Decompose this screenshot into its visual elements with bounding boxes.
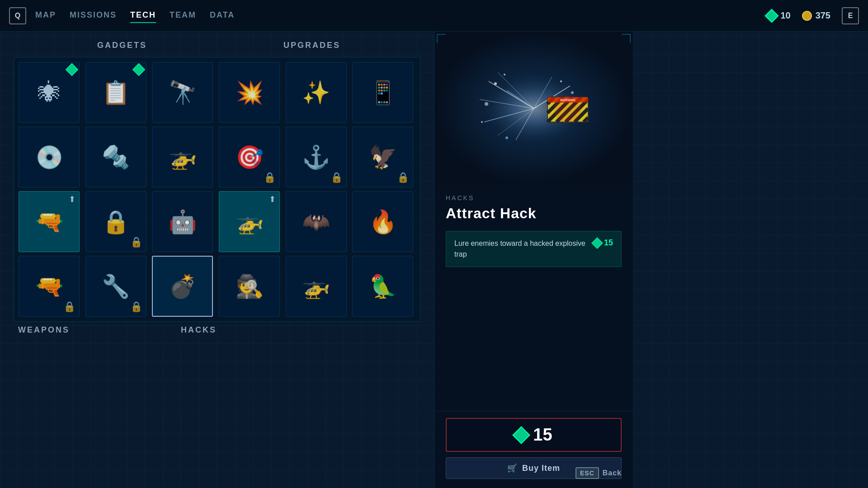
- corner-tr: [622, 34, 631, 43]
- svg-point-13: [481, 121, 483, 123]
- grid-cell-17[interactable]: 🔥: [352, 191, 413, 252]
- cell-arrow-icon: ⬆: [69, 194, 75, 204]
- grid-cell-5[interactable]: 📱: [352, 62, 413, 123]
- right-panel: WARNING HACKS Attract Hack Lure enemies …: [434, 32, 633, 488]
- grid-cell-3[interactable]: 💥: [219, 62, 280, 123]
- nav-key-e[interactable]: E: [842, 7, 859, 24]
- grid-cell-13[interactable]: 🔒🔒: [85, 191, 146, 252]
- cell-icon-3: 💥: [236, 80, 264, 106]
- grid-cell-6[interactable]: 💿: [19, 127, 80, 188]
- cell-icon-14: 🤖: [169, 209, 197, 235]
- cell-lock-icon: 🔒: [330, 172, 343, 183]
- grid-panel: GADGETS UPGRADES 🕷📋🔭💥✨📱💿🔩🚁🎯🔒⚓🔒🦅🔒🔫⬆🔒🔒🤖🚁⬆🦇…: [0, 32, 434, 488]
- grid-cell-7[interactable]: 🔩: [85, 127, 146, 188]
- grid-cell-2[interactable]: 🔭: [152, 62, 213, 123]
- grid-cell-23[interactable]: 🦜: [352, 256, 413, 317]
- buy-button-label: Buy Item: [522, 464, 560, 473]
- cell-icon-18: 🔫: [35, 273, 63, 300]
- esc-back-button[interactable]: ESC Back: [576, 467, 622, 479]
- coin-amount: 375: [816, 10, 830, 21]
- cell-icon-1: 📋: [102, 80, 130, 106]
- grid-cell-15[interactable]: 🚁⬆: [219, 191, 280, 252]
- item-grid-wrapper: 🕷📋🔭💥✨📱💿🔩🚁🎯🔒⚓🔒🦅🔒🔫⬆🔒🔒🤖🚁⬆🦇🔥🔫🔒🔧🔒💣🕵🚁🦜: [14, 57, 420, 322]
- buy-cost-display: 15: [446, 418, 622, 452]
- svg-point-14: [505, 136, 508, 139]
- grid-cell-16[interactable]: 🦇: [286, 191, 347, 252]
- item-category: HACKS: [446, 194, 622, 202]
- coin-icon: [802, 11, 812, 21]
- grid-cell-4[interactable]: ✨: [286, 62, 347, 123]
- item-detail: HACKS Attract Hack Lure enemies toward a…: [434, 185, 633, 411]
- svg-point-12: [485, 102, 488, 106]
- svg-point-29: [554, 96, 581, 123]
- cell-icon-12: 🔫: [35, 209, 63, 235]
- cell-icon-15: 🚁: [236, 209, 264, 235]
- nav-team[interactable]: TEAM: [170, 8, 196, 23]
- cell-icon-2: 🔭: [169, 80, 197, 106]
- diamond-amount: 10: [780, 10, 790, 21]
- upgrades-section-label: UPGRADES: [203, 41, 420, 50]
- cell-icon-23: 🦜: [369, 273, 397, 300]
- gadgets-section-label: GADGETS: [41, 41, 203, 50]
- grid-cell-12[interactable]: 🔫⬆: [19, 191, 80, 252]
- cell-equipped-indicator: [132, 63, 145, 76]
- cell-lock-icon: 🔒: [63, 301, 75, 313]
- item-description-box: Lure enemies toward a hacked explosive t…: [446, 231, 622, 267]
- grid-cell-0[interactable]: 🕷: [19, 62, 80, 123]
- cell-icon-8: 🚁: [169, 144, 197, 170]
- item-cost: 15: [604, 238, 613, 248]
- buy-cost-number: 15: [533, 425, 552, 445]
- cell-icon-22: 🚁: [302, 273, 330, 300]
- back-label: Back: [603, 469, 622, 477]
- nav-data[interactable]: DATA: [210, 8, 235, 23]
- nav-key-q[interactable]: Q: [9, 7, 26, 24]
- grid-cell-9[interactable]: 🎯🔒: [219, 127, 280, 188]
- cell-lock-icon: 🔒: [397, 172, 409, 183]
- item-description: Lure enemies toward a hacked explosive t…: [454, 238, 586, 260]
- nav-items: MAP MISSIONS TECH TEAM DATA: [35, 8, 235, 23]
- cell-icon-13: 🔒: [102, 209, 130, 235]
- cell-icon-9: 🎯: [236, 144, 264, 170]
- corner-tl: [437, 34, 446, 43]
- cell-arrow-icon: ⬆: [269, 194, 276, 204]
- cell-icon-0: 🕷: [38, 80, 61, 106]
- nav-currency: 10 375 E: [767, 7, 859, 24]
- nav-missions[interactable]: MISSIONS: [70, 8, 117, 23]
- cell-icon-5: 📱: [369, 80, 397, 106]
- grid-cell-11[interactable]: 🦅🔒: [352, 127, 413, 188]
- top-navigation: Q MAP MISSIONS TECH TEAM DATA 10 375 E: [0, 0, 868, 32]
- svg-point-15: [560, 80, 562, 82]
- grid-cell-19[interactable]: 🔧🔒: [85, 256, 146, 317]
- svg-point-11: [504, 74, 505, 75]
- diamond-icon: [765, 9, 779, 23]
- buy-button-icon: 🛒: [507, 463, 518, 473]
- grid-cell-18[interactable]: 🔫🔒: [19, 256, 80, 317]
- buy-diamond-icon: [513, 426, 531, 444]
- cell-icon-17: 🔥: [369, 209, 397, 235]
- grid-cell-8[interactable]: 🚁: [152, 127, 213, 188]
- item-name: Attract Hack: [446, 205, 622, 222]
- svg-point-16: [571, 91, 574, 94]
- grid-cell-22[interactable]: 🚁: [286, 256, 347, 317]
- grid-cell-14[interactable]: 🤖: [152, 191, 213, 252]
- cell-icon-7: 🔩: [102, 144, 130, 170]
- main-content: GADGETS UPGRADES 🕷📋🔭💥✨📱💿🔩🚁🎯🔒⚓🔒🦅🔒🔫⬆🔒🔒🤖🚁⬆🦇…: [0, 32, 868, 488]
- grid-cell-21[interactable]: 🕵: [219, 256, 280, 317]
- item-grid: 🕷📋🔭💥✨📱💿🔩🚁🎯🔒⚓🔒🦅🔒🔫⬆🔒🔒🤖🚁⬆🦇🔥🔫🔒🔧🔒💣🕵🚁🦜: [14, 57, 420, 322]
- cell-lock-icon: 🔒: [264, 172, 276, 183]
- nav-map[interactable]: MAP: [35, 8, 56, 23]
- nav-tech[interactable]: TECH: [130, 8, 156, 23]
- preview-image: WARNING: [462, 59, 606, 158]
- coin-currency: 375: [802, 10, 830, 21]
- grid-cell-10[interactable]: ⚓🔒: [286, 127, 347, 188]
- grid-cell-20[interactable]: 💣: [152, 256, 213, 317]
- diamond-currency: 10: [767, 10, 790, 21]
- cell-equipped-indicator: [66, 63, 78, 76]
- cell-lock-icon: 🔒: [130, 236, 142, 248]
- grid-cell-1[interactable]: 📋: [85, 62, 146, 123]
- hacks-section-label: HACKS: [181, 325, 416, 335]
- cell-icon-4: ✨: [302, 80, 330, 106]
- cell-icon-21: 🕵: [236, 273, 264, 300]
- section-headers: GADGETS UPGRADES: [14, 41, 420, 50]
- cell-icon-19: 🔧: [102, 273, 130, 300]
